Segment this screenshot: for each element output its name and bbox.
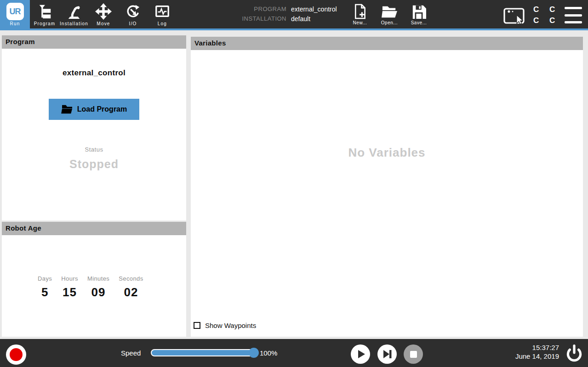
age-seconds-label: Seconds bbox=[119, 275, 143, 282]
move-cross-icon bbox=[94, 2, 113, 21]
age-days-label: Days bbox=[38, 275, 52, 282]
variables-panel-title: Variables bbox=[191, 37, 583, 50]
step-icon bbox=[377, 344, 397, 364]
stop-icon bbox=[410, 351, 417, 358]
installation-label: INSTALLATION bbox=[216, 15, 286, 23]
play-icon bbox=[351, 344, 370, 364]
speed-value: 100% bbox=[260, 349, 277, 357]
record-red-icon[interactable] bbox=[6, 344, 26, 365]
tab-installation[interactable]: Installation bbox=[59, 0, 89, 28]
age-hours: Hours 15 bbox=[61, 275, 78, 299]
polyscope-app: UR Run Program bbox=[0, 0, 588, 367]
ur-logo-icon: UR bbox=[6, 2, 24, 21]
log-monitor-icon bbox=[153, 2, 171, 21]
status-value: Stopped bbox=[69, 158, 119, 171]
step-button[interactable] bbox=[377, 344, 397, 364]
program-panel-body: external_control Load Program Status Sto… bbox=[2, 49, 186, 171]
speed-slider-thumb[interactable] bbox=[249, 348, 259, 358]
loaded-file-info: PROGRAM external_control INSTALLATION de… bbox=[216, 6, 337, 23]
status-label: Status bbox=[85, 146, 103, 153]
show-waypoints-label: Show Waypoints bbox=[205, 322, 256, 329]
status-cc-indicator: C C C C bbox=[533, 4, 559, 26]
cc-row-top: C C bbox=[533, 4, 559, 15]
program-tree-icon bbox=[35, 2, 54, 21]
power-icon bbox=[564, 344, 585, 365]
age-hours-value: 15 bbox=[63, 285, 77, 299]
tab-io[interactable]: I/O bbox=[118, 0, 148, 28]
cc-row-bottom: C C bbox=[533, 15, 559, 26]
open-folder-icon bbox=[381, 3, 398, 20]
age-seconds-value: 02 bbox=[124, 285, 138, 299]
open-button-label: Open... bbox=[381, 20, 398, 25]
program-panel-title: Program bbox=[2, 35, 186, 49]
hamburger-menu-icon[interactable] bbox=[565, 7, 583, 23]
power-button[interactable] bbox=[564, 344, 585, 365]
tab-installation-label: Installation bbox=[60, 21, 88, 26]
age-minutes: Minutes 09 bbox=[87, 275, 109, 299]
save-floppy-icon bbox=[411, 3, 426, 20]
load-program-button-label: Load Program bbox=[77, 105, 127, 113]
save-button-label: Save... bbox=[411, 20, 427, 25]
robot-age-panel: Robot Age Days 5 Hours 15 Minutes 09 Sec… bbox=[2, 222, 186, 337]
speed-label: Speed bbox=[121, 349, 141, 357]
program-label: PROGRAM bbox=[216, 6, 286, 13]
new-file-icon bbox=[353, 3, 367, 20]
new-button-label: New... bbox=[353, 20, 367, 25]
no-variables-text: No Variables bbox=[191, 146, 583, 160]
clock: 15:37:27 June 14, 2019 bbox=[478, 343, 559, 361]
load-folder-icon bbox=[61, 104, 73, 114]
stop-button[interactable] bbox=[404, 344, 423, 364]
tab-run-label: Run bbox=[10, 21, 20, 26]
save-button[interactable]: Save... bbox=[407, 3, 430, 28]
robot-age-panel-title: Robot Age bbox=[2, 222, 186, 235]
installation-value: default bbox=[291, 15, 337, 23]
program-value: external_control bbox=[291, 6, 337, 13]
tab-program-label: Program bbox=[34, 21, 56, 26]
robot-age-counters: Days 5 Hours 15 Minutes 09 Seconds 02 bbox=[2, 235, 186, 299]
load-program-button[interactable]: Load Program bbox=[49, 99, 139, 120]
simulation-toggle[interactable] bbox=[503, 6, 526, 28]
speed-slider[interactable] bbox=[151, 349, 257, 356]
loaded-program-name: external_control bbox=[63, 68, 126, 78]
age-days: Days 5 bbox=[38, 275, 52, 299]
tab-move-label: Move bbox=[97, 21, 110, 26]
play-button[interactable] bbox=[351, 344, 370, 364]
tab-run[interactable]: UR Run bbox=[0, 0, 30, 28]
tab-io-label: I/O bbox=[129, 21, 137, 26]
open-button[interactable]: Open... bbox=[378, 3, 401, 28]
tab-log-label: Log bbox=[158, 21, 167, 26]
tab-program[interactable]: Program bbox=[30, 0, 59, 28]
age-seconds: Seconds 02 bbox=[119, 275, 143, 299]
clock-time: 15:37:27 bbox=[478, 343, 559, 352]
tab-log[interactable]: Log bbox=[148, 0, 177, 28]
age-hours-label: Hours bbox=[61, 275, 78, 282]
program-panel: Program external_control Load Program St… bbox=[2, 35, 186, 220]
show-waypoints-checkbox[interactable] bbox=[194, 322, 200, 329]
file-actions: New... Open... bbox=[348, 3, 430, 28]
robot-arm-icon bbox=[65, 2, 83, 21]
new-button[interactable]: New... bbox=[348, 3, 371, 28]
tab-move[interactable]: Move bbox=[89, 0, 118, 28]
age-days-value: 5 bbox=[41, 285, 48, 299]
age-minutes-value: 09 bbox=[91, 285, 106, 299]
show-waypoints-toggle[interactable]: Show Waypoints bbox=[194, 322, 256, 329]
speed-slider-fill bbox=[152, 350, 256, 356]
variables-panel: Variables No Variables Show Waypoints bbox=[191, 37, 583, 337]
age-minutes-label: Minutes bbox=[87, 275, 109, 282]
main-tabs: UR Run Program bbox=[0, 0, 177, 28]
clock-date: June 14, 2019 bbox=[478, 352, 559, 361]
variables-panel-body: No Variables Show Waypoints bbox=[191, 50, 583, 336]
top-bar: UR Run Program bbox=[0, 0, 588, 30]
io-cycle-icon bbox=[124, 2, 142, 21]
